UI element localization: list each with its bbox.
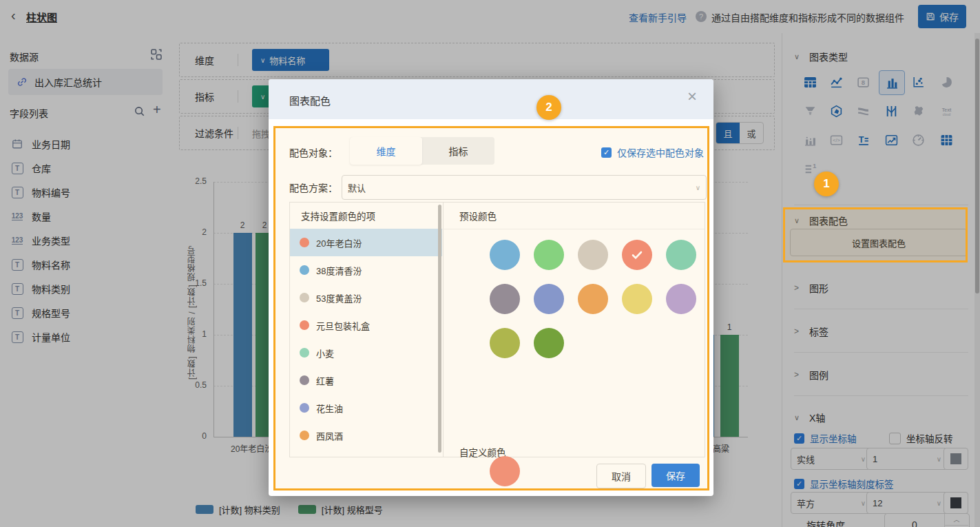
color-target-label: 配色对象： [289, 145, 337, 159]
tab-维度[interactable]: 维度 [350, 137, 422, 165]
preset-color-swatch[interactable] [666, 240, 696, 270]
color-scheme-value: 默认 [348, 181, 366, 194]
checkbox-checked-icon: ✓ [601, 147, 612, 158]
preset-color-swatch[interactable] [490, 240, 520, 270]
preset-color-swatch[interactable] [666, 284, 696, 314]
color-item-小麦[interactable]: 小麦 [290, 339, 442, 366]
color-dot [300, 348, 309, 358]
color-item-花生油[interactable]: 花生油 [290, 394, 442, 422]
preset-colors-column: 预设颜色 自定义颜色 [443, 203, 705, 457]
preset-color-swatch[interactable] [578, 240, 608, 270]
color-items-header: 支持设置颜色的项 [290, 203, 443, 229]
color-item-label: 花生油 [316, 402, 343, 415]
color-dot [300, 375, 309, 385]
preset-color-swatch[interactable] [534, 284, 564, 314]
color-dot [300, 238, 309, 247]
modal-header: 图表配色 × [269, 79, 713, 119]
cancel-button[interactable]: 取消 [596, 464, 646, 488]
color-scheme-label: 配色方案： [289, 180, 337, 194]
modal-title: 图表配色 [289, 93, 331, 107]
preset-colors-header: 预设颜色 [443, 203, 705, 229]
color-item-label: 西凤酒 [316, 429, 343, 442]
preset-color-swatch[interactable] [578, 284, 608, 314]
color-dot [300, 320, 309, 330]
color-scheme-select[interactable]: 默认∨ [342, 175, 707, 200]
close-icon[interactable]: × [687, 88, 697, 105]
color-dot [300, 431, 309, 440]
color-item-红薯[interactable]: 红薯 [290, 366, 442, 394]
color-item-53度黄盖汾[interactable]: 53度黄盖汾 [290, 284, 442, 311]
color-dot [300, 265, 309, 275]
color-config-panel: 支持设置颜色的项 20年老白汾38度清香汾53度黄盖汾元旦包装礼盒小麦红薯花生油… [289, 202, 705, 457]
color-item-20年老白汾[interactable]: 20年老白汾 [290, 229, 442, 256]
check-icon [630, 248, 644, 262]
color-dot [300, 403, 309, 413]
color-items-column: 支持设置颜色的项 20年老白汾38度清香汾53度黄盖汾元旦包装礼盒小麦红薯花生油… [290, 203, 444, 457]
color-item-label: 元旦包装礼盒 [316, 319, 370, 332]
color-item-label: 53度黄盖汾 [316, 291, 362, 304]
custom-color-swatch[interactable] [490, 456, 520, 486]
preset-color-swatch[interactable] [534, 328, 564, 358]
preset-color-swatch[interactable] [622, 240, 652, 270]
preset-color-swatch[interactable] [534, 240, 564, 270]
color-target-tabs: 维度指标 [350, 137, 494, 165]
preset-color-swatch[interactable] [622, 284, 652, 314]
preset-color-swatch[interactable] [490, 284, 520, 314]
chart-color-modal: 图表配色 × 配色对象： 维度指标 ✓ 仅保存选中配色对象 配色方案： 默认∨ … [269, 79, 713, 496]
save-only-checkbox[interactable]: ✓ 仅保存选中配色对象 [601, 145, 704, 159]
list-scrollbar-thumb[interactable] [438, 205, 441, 453]
color-item-38度清香汾[interactable]: 38度清香汾 [290, 256, 442, 284]
save-only-label: 仅保存选中配色对象 [617, 145, 704, 159]
color-dot [300, 293, 309, 302]
color-item-元旦包装礼盒[interactable]: 元旦包装礼盒 [290, 311, 442, 339]
color-item-西凤酒[interactable]: 西凤酒 [290, 422, 442, 449]
color-item-label: 红薯 [316, 374, 334, 387]
color-item-label: 38度清香汾 [316, 264, 362, 277]
app-window: ‹ 柱状图 查看新手引导 ? 通过自由搭配维度和指标形成不同的数据组件 保存 数… [0, 0, 980, 527]
preset-color-swatch[interactable] [490, 328, 520, 358]
color-item-label: 小麦 [316, 347, 334, 360]
color-item-label: 20年老白汾 [316, 236, 362, 249]
tab-指标[interactable]: 指标 [422, 137, 494, 165]
modal-save-button[interactable]: 保存 [651, 464, 700, 487]
